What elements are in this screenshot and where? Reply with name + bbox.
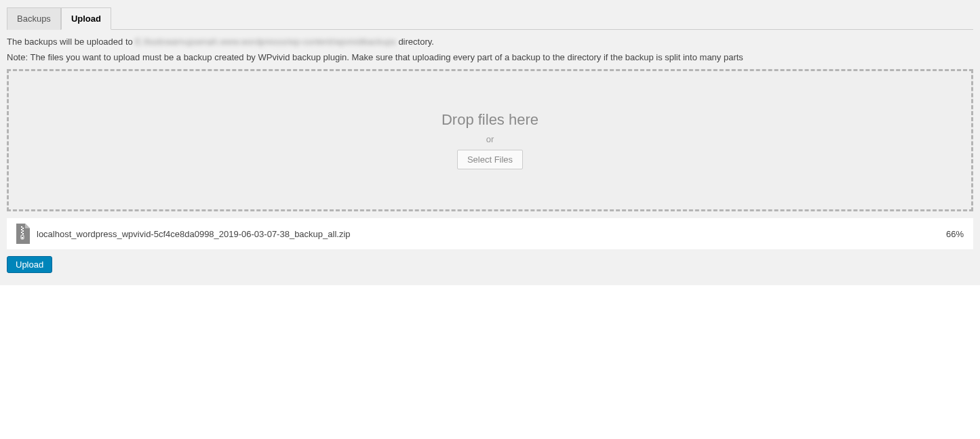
dropzone-or: or (486, 134, 494, 144)
upload-button[interactable]: Upload (7, 256, 52, 273)
upload-prefix: The backups will be uploaded to (7, 37, 135, 47)
svg-rect-7 (22, 237, 23, 238)
dropzone[interactable]: Drop files here or Select Files (7, 69, 973, 211)
svg-rect-2 (21, 229, 22, 230)
upload-path-blurred: E:/bodcwamupsenah.www.wordpresss/wp-cont… (135, 37, 395, 47)
dropzone-title: Drop files here (442, 111, 538, 129)
select-files-button[interactable]: Select Files (457, 150, 523, 169)
upload-suffix: directory. (396, 37, 434, 47)
file-percent: 66% (946, 229, 964, 239)
file-row: localhost_wordpress_wpvivid-5cf4ce8da099… (7, 218, 973, 249)
svg-rect-0 (21, 226, 22, 228)
tabs-bar: Backups Upload (7, 7, 973, 30)
file-name: localhost_wordpress_wpvivid-5cf4ce8da099… (37, 229, 939, 239)
upload-panel: Backups Upload The backups will be uploa… (0, 0, 980, 285)
svg-rect-5 (22, 233, 24, 234)
svg-rect-3 (22, 230, 24, 232)
tab-upload[interactable]: Upload (61, 7, 111, 30)
upload-note: Note: The files you want to upload must … (7, 52, 973, 62)
tab-backups[interactable]: Backups (7, 7, 61, 30)
upload-path-text: The backups will be uploaded to E:/bodcw… (7, 37, 973, 47)
svg-rect-1 (22, 228, 24, 229)
zip-file-icon (14, 224, 30, 244)
svg-rect-4 (21, 232, 22, 233)
